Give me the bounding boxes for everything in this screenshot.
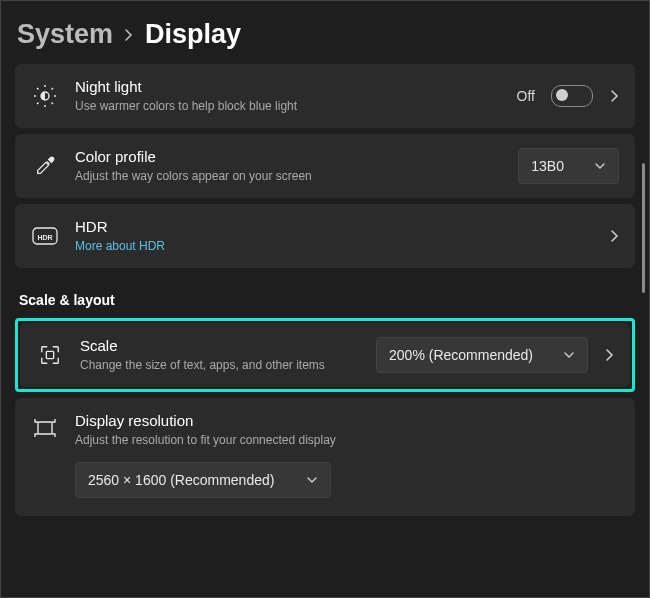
scale-highlight: Scale Change the size of text, apps, and… <box>15 318 635 392</box>
hdr-row[interactable]: HDR HDR More about HDR <box>15 204 635 268</box>
scale-row[interactable]: Scale Change the size of text, apps, and… <box>20 323 630 387</box>
night-light-row[interactable]: Night light Use warmer colors to help bl… <box>15 64 635 128</box>
svg-text:HDR: HDR <box>37 234 52 241</box>
resolution-row[interactable]: Display resolution Adjust the resolution… <box>15 398 635 516</box>
resolution-value: 2560 × 1600 (Recommended) <box>88 472 274 488</box>
night-light-icon <box>31 84 59 108</box>
svg-line-5 <box>37 88 39 90</box>
settings-display-page: System Display Night light Use war <box>0 0 650 598</box>
scale-dropdown[interactable]: 200% (Recommended) <box>376 337 588 373</box>
color-profile-title: Color profile <box>75 148 502 166</box>
chevron-down-icon <box>594 157 606 175</box>
scale-icon <box>36 344 64 366</box>
svg-rect-11 <box>46 351 53 358</box>
scale-value: 200% (Recommended) <box>389 347 533 363</box>
night-light-title: Night light <box>75 78 501 96</box>
night-light-subtitle: Use warmer colors to help block blue lig… <box>75 98 501 114</box>
breadcrumb-parent[interactable]: System <box>17 19 113 50</box>
eyedropper-icon <box>31 155 59 177</box>
hdr-title: HDR <box>75 218 593 236</box>
svg-line-6 <box>52 103 54 105</box>
resolution-subtitle: Adjust the resolution to fit your connec… <box>75 432 619 448</box>
resolution-icon <box>31 418 59 438</box>
breadcrumb: System Display <box>17 19 635 50</box>
scale-layout-header: Scale & layout <box>19 292 635 308</box>
color-profile-dropdown[interactable]: 13B0 <box>518 148 619 184</box>
svg-line-8 <box>37 103 39 105</box>
color-profile-row[interactable]: Color profile Adjust the way colors appe… <box>15 134 635 198</box>
chevron-right-icon[interactable] <box>609 89 619 103</box>
resolution-dropdown[interactable]: 2560 × 1600 (Recommended) <box>75 462 331 498</box>
night-light-toggle-label: Off <box>517 88 535 104</box>
breadcrumb-current: Display <box>145 19 241 50</box>
chevron-right-icon[interactable] <box>609 229 619 243</box>
chevron-right-icon <box>123 29 135 41</box>
svg-line-7 <box>52 88 54 90</box>
scale-subtitle: Change the size of text, apps, and other… <box>80 357 360 373</box>
hdr-icon: HDR <box>31 227 59 245</box>
scale-title: Scale <box>80 337 360 355</box>
resolution-title: Display resolution <box>75 412 619 430</box>
chevron-right-icon[interactable] <box>604 348 614 362</box>
hdr-more-link[interactable]: More about HDR <box>75 238 593 254</box>
chevron-down-icon <box>306 471 318 489</box>
svg-rect-12 <box>38 422 52 434</box>
color-profile-value: 13B0 <box>531 158 564 174</box>
night-light-toggle[interactable] <box>551 85 593 107</box>
color-profile-subtitle: Adjust the way colors appear on your scr… <box>75 168 502 184</box>
chevron-down-icon <box>563 346 575 364</box>
scrollbar[interactable] <box>642 163 645 293</box>
